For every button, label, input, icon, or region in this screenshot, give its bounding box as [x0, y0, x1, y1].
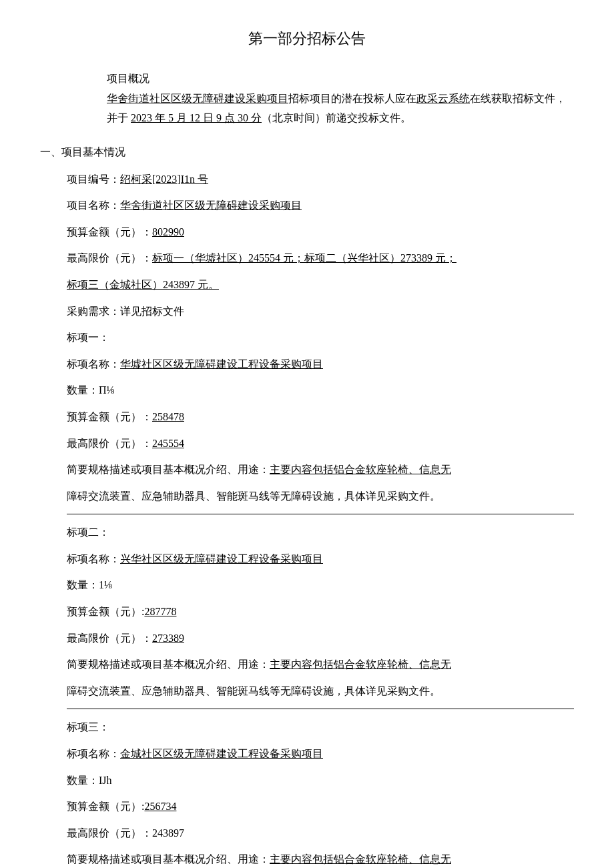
lot2-budget: 预算金额（元）:287778	[67, 603, 574, 620]
lot3-name-value: 金城社区区级无障碍建设工程设备采购项目	[120, 748, 323, 759]
lot2-ceiling-label: 最高限价（元）：	[67, 632, 152, 644]
overview-line2-pre: 并于	[107, 112, 131, 123]
overview-line1: 华舍街道社区区级无障碍建设采购项目招标项目的潜在投标人应在政采云系统在线获取招标…	[107, 90, 574, 107]
section1-heading: 一、项目基本情况	[40, 143, 574, 161]
lot2-desc-u1: 主要内容包括铝合金软座轮椅、信息无	[270, 659, 451, 670]
page-title: 第一部分招标公告	[40, 27, 574, 50]
lot1-name-value: 华墟社区区级无障碍建设工程设备采购项目	[120, 358, 323, 370]
overview-label: 项目概况	[107, 70, 574, 87]
overview-line2-post: （北京时间）前递交投标文件。	[262, 112, 411, 123]
lot1-divider	[67, 514, 574, 514]
lot1-desc: 简要规格描述或项目基本概况介绍、用途：主要内容包括铝合金软座轮椅、信息无	[67, 461, 574, 478]
lot1-ceiling-label: 最高限价（元）：	[67, 438, 152, 449]
lot1-quantity: 数量：Π⅛	[67, 382, 574, 399]
lot2-divider	[67, 709, 574, 709]
overview-line2: 并于 2023 年 5 月 12 日 9 点 30 分（北京时间）前递交投标文件…	[107, 109, 574, 127]
lot3-heading: 标项三：	[67, 719, 574, 736]
lot2-budget-label: 预算金额（元）:	[67, 606, 144, 617]
lot2-budget-value: 287778	[144, 606, 176, 617]
lot1-desc-cont: 障碍交流装置、应急辅助器具、智能斑马线等无障碍设施，具体详见采购文件。	[67, 488, 574, 505]
lot1-budget-value: 258478	[152, 411, 184, 422]
project-number-value: 绍柯采[2023]I1n 号	[120, 173, 208, 185]
lot3-quantity: 数量：IJh	[67, 772, 574, 789]
lot3-desc: 简要规格描述或项目基本概况介绍、用途：主要内容包括铝合金软座轮椅、信息无	[67, 851, 574, 868]
lot2-desc-cont: 障碍交流装置、应急辅助器具、智能斑马线等无障碍设施，具体详见采购文件。	[67, 683, 574, 700]
ceiling-label: 最高限价（元）：	[67, 252, 152, 264]
lot3-budget-value: 256734	[144, 801, 176, 812]
lot2-ceiling-value: 273389	[152, 632, 184, 644]
budget-amount: 预算金额（元）：802990	[67, 224, 574, 241]
lot2-desc-label: 简要规格描述或项目基本概况介绍、用途：	[67, 659, 270, 670]
overview-project-name: 华舍街道社区区级无障碍建设采购项目	[107, 93, 288, 104]
lot1-heading: 标项一：	[67, 329, 574, 346]
ceiling-price: 最高限价（元）：标项一（华墟社区）245554 元；标项二（兴华社区）27338…	[67, 250, 574, 267]
lot1-desc-u1: 主要内容包括铝合金软座轮椅、信息无	[270, 464, 451, 475]
lot3-name: 标项名称：金城社区区级无障碍建设工程设备采购项目	[67, 745, 574, 763]
lot2-desc: 简要规格描述或项目基本概况介绍、用途：主要内容包括铝合金软座轮椅、信息无	[67, 656, 574, 673]
lot2-heading: 标项二：	[67, 524, 574, 541]
project-name: 项目名称：华舍街道社区区级无障碍建设采购项目	[67, 197, 574, 214]
lot1-ceiling-value: 245554	[152, 438, 184, 449]
project-number-label: 项目编号：	[67, 173, 120, 185]
lot2-ceiling: 最高限价（元）：273389	[67, 630, 574, 647]
lot1-ceiling: 最高限价（元）：245554	[67, 435, 574, 452]
purchase-requirement: 采购需求：详见招标文件	[67, 303, 574, 320]
lot1-desc-label: 简要规格描述或项目基本概况介绍、用途：	[67, 464, 270, 475]
ceiling-line1: 标项一（华墟社区）245554 元；标项二（兴华社区）273389 元；	[152, 252, 456, 264]
overview-text-mid: 招标项目的潜在投标人应在	[288, 93, 416, 104]
budget-value: 802990	[152, 226, 184, 238]
lot3-budget-label: 预算金额（元）:	[67, 801, 144, 812]
overview-text-post1: 在线获取招标文件，	[470, 93, 566, 104]
lot1-budget: 预算金额（元）：258478	[67, 408, 574, 426]
lot3-ceiling-label: 最高限价（元）：	[67, 827, 152, 839]
lot3-name-label: 标项名称：	[67, 748, 120, 759]
lot3-budget: 预算金额（元）:256734	[67, 798, 574, 815]
ceiling-price-cont: 标项三（金城社区）243897 元。	[67, 276, 574, 294]
lot3-desc-label: 简要规格描述或项目基本概况介绍、用途：	[67, 853, 270, 865]
project-name-value: 华舍街道社区区级无障碍建设采购项目	[120, 199, 302, 211]
lot3-ceiling: 最高限价（元）：243897	[67, 825, 574, 842]
lot2-quantity: 数量：1⅛	[67, 576, 574, 594]
lot2-name-value: 兴华社区区级无障碍建设工程设备采购项目	[120, 553, 323, 564]
lot1-budget-label: 预算金额（元）：	[67, 411, 152, 422]
project-name-label: 项目名称：	[67, 199, 120, 211]
project-number: 项目编号：绍柯采[2023]I1n 号	[67, 171, 574, 188]
ceiling-line2: 标项三（金城社区）243897 元。	[67, 279, 219, 290]
project-overview: 项目概况 华舍街道社区区级无障碍建设采购项目招标项目的潜在投标人应在政采云系统在…	[107, 70, 574, 127]
lot2-name: 标项名称：兴华社区区级无障碍建设工程设备采购项目	[67, 550, 574, 568]
lot2-name-label: 标项名称：	[67, 553, 120, 564]
overview-system: 政采云系统	[416, 93, 470, 104]
budget-label: 预算金额（元）：	[67, 226, 152, 238]
lot3-desc-u1: 主要内容包括铝合金软座轮椅、信息无	[270, 853, 451, 865]
lot1-name-label: 标项名称：	[67, 358, 120, 370]
overview-deadline: 2023 年 5 月 12 日 9 点 30 分	[131, 112, 262, 123]
lot3-ceiling-value: 243897	[152, 827, 184, 839]
lot1-name: 标项名称：华墟社区区级无障碍建设工程设备采购项目	[67, 356, 574, 373]
